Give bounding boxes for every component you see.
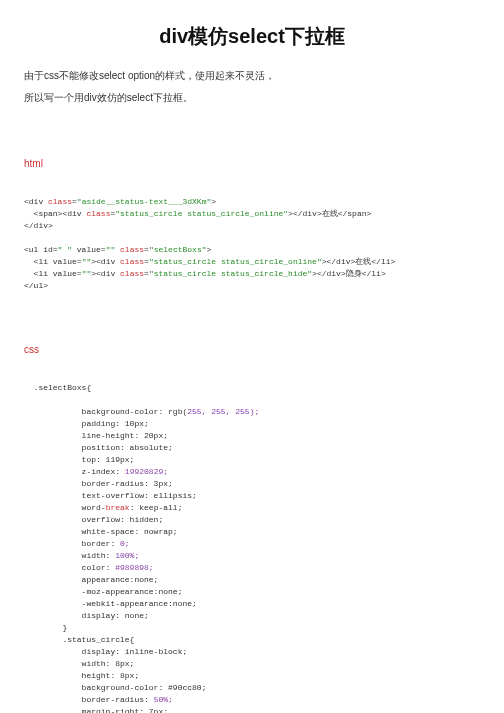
intro-line-1: 由于css不能修改select option的样式，使用起来不灵活，	[24, 68, 480, 84]
intro-line-2: 所以写一个用div效仿的select下拉框。	[24, 90, 480, 106]
page-title: div模仿select下拉框	[24, 20, 480, 52]
css-code-block: .selectBoxs{ background-color: rgb(255, …	[24, 370, 480, 713]
section-html-label: html	[24, 156, 480, 172]
html-code-block: <div class="aside__status-text___3dXKm">…	[24, 184, 480, 292]
section-css-label: css	[24, 342, 480, 358]
